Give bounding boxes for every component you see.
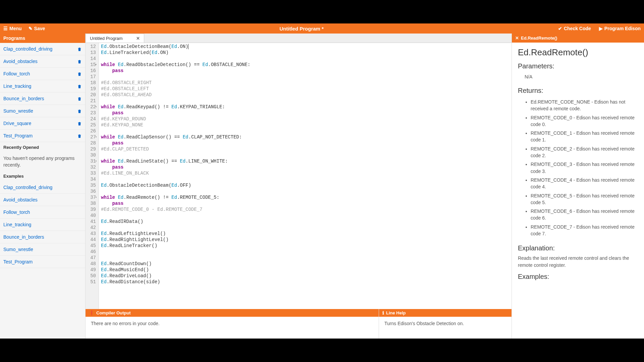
compiler-output-panel: ❗ Compiler Output There are no errors in…	[86, 309, 379, 339]
sidebar-left: Programs Clap_controlled_drivingAvoid_ob…	[0, 34, 86, 339]
hamburger-icon: ☰	[3, 26, 8, 31]
return-value-item: REMOTE_CODE_5 - Edison has received remo…	[531, 192, 638, 206]
center-column: Untitled Program ✕ 121314151617181920212…	[86, 34, 512, 339]
doc-close-icon[interactable]: ✕	[515, 36, 519, 41]
return-value-item: REMOTE_CODE_7 - Edison has received remo…	[531, 224, 638, 237]
code-area[interactable]: Ed.ObstacleDetectionBeam(Ed.ON)Ed.LineTr…	[99, 43, 512, 309]
code-line[interactable]: while Ed.ReadRemote() != Ed.REMOTE_CODE_…	[101, 194, 509, 200]
tab-title: Untitled Program	[90, 36, 123, 41]
trash-icon[interactable]	[77, 46, 82, 52]
programs-list: Clap_controlled_drivingAvoid_obstaclesFo…	[0, 43, 85, 142]
line-number: 19	[87, 86, 96, 92]
compiler-output-body: There are no errors in your code.	[86, 317, 379, 339]
trash-icon[interactable]	[77, 108, 82, 114]
code-line[interactable]: while Ed.ReadLineState() == Ed.LINE_ON_W…	[101, 158, 509, 164]
code-line[interactable]: #Ed.OBSTACLE_RIGHT	[101, 80, 509, 86]
menu-button[interactable]: ☰ Menu	[3, 26, 22, 31]
code-line[interactable]: #Ed.REMOTE_CODE_0 - Ed.REMOTE_CODE_7	[101, 206, 509, 213]
program-link[interactable]: Test_Program	[3, 133, 33, 138]
tab-close-icon[interactable]: ✕	[136, 36, 140, 41]
code-line[interactable]: Ed.ObstacleDetectionBeam(Ed.ON)	[101, 44, 509, 50]
code-editor[interactable]: 1213141516171819202122232425262728293031…	[86, 43, 512, 309]
code-line[interactable]	[101, 152, 509, 158]
code-line[interactable]: while Ed.ReadKeypad() != Ed.KEYPAD_TRIAN…	[101, 104, 509, 110]
program-link[interactable]: Line_tracking	[3, 83, 31, 89]
trash-icon[interactable]	[77, 121, 82, 126]
program-link[interactable]: Clap_controlled_driving	[3, 46, 52, 52]
code-line[interactable]: #Ed.LINE_ON_BLACK	[101, 170, 509, 176]
trash-icon[interactable]	[77, 71, 82, 76]
trash-icon[interactable]	[77, 96, 82, 101]
program-link[interactable]: Sumo_wrestle	[3, 108, 33, 114]
code-line[interactable]: Ed.ReadLineTracker()	[101, 243, 509, 249]
example-link[interactable]: Clap_controlled_driving	[3, 185, 52, 190]
code-line[interactable]: pass	[101, 140, 509, 146]
line-number: 16	[87, 68, 96, 74]
code-line[interactable]: pass	[101, 164, 509, 170]
save-button[interactable]: ✎ Save	[29, 26, 45, 31]
example-link[interactable]: Follow_torch	[3, 209, 30, 215]
code-line[interactable]	[101, 98, 509, 104]
code-line[interactable]: #Ed.OBSTACLE_LEFT	[101, 86, 509, 92]
code-line[interactable]: #Ed.KEYPAD_NONE	[101, 122, 509, 128]
example-link[interactable]: Test_Program	[3, 259, 33, 264]
example-link[interactable]: Bounce_in_borders	[3, 234, 44, 240]
code-line[interactable]: pass	[101, 68, 509, 74]
program-link[interactable]: Avoid_obstacles	[3, 59, 38, 64]
line-number: 40	[87, 213, 96, 219]
code-line[interactable]	[101, 255, 509, 261]
recent-empty-text: You haven't opened any programs recently…	[0, 153, 85, 171]
trash-icon[interactable]	[77, 59, 82, 64]
code-line[interactable]: while Ed.ReadClapSensor() == Ed.CLAP_NOT…	[101, 134, 509, 140]
check-code-button[interactable]: ✔ Check Code	[558, 26, 591, 31]
example-item: Bounce_in_borders	[0, 231, 85, 243]
line-number: 47	[87, 255, 96, 261]
tab-untitled[interactable]: Untitled Program ✕	[86, 34, 144, 43]
line-number: 23	[87, 110, 96, 116]
line-number: 32	[87, 164, 96, 170]
code-line[interactable]	[101, 74, 509, 80]
doc-params-value: N/A	[525, 73, 638, 83]
recent-header: Recently Opened	[0, 142, 85, 153]
line-number: 13	[87, 50, 96, 56]
code-line[interactable]: Ed.ReadDriveLoad()	[101, 273, 509, 279]
program-link[interactable]: Follow_torch	[3, 71, 30, 76]
code-line[interactable]: Ed.ReadDistance(side)	[101, 279, 509, 285]
code-line[interactable]: #Ed.CLAP_DETECTED	[101, 146, 509, 152]
code-line[interactable]: pass	[101, 110, 509, 116]
trash-icon[interactable]	[77, 133, 82, 138]
line-number: 22	[87, 104, 96, 110]
code-line[interactable]: Ed.ReadMusicEnd()	[101, 267, 509, 273]
example-link[interactable]: Avoid_obstacles	[3, 197, 38, 202]
code-line[interactable]: while Ed.ReadObstacleDetection() == Ed.O…	[101, 62, 509, 68]
return-value-item: REMOTE_CODE_3 - Edison has received remo…	[531, 161, 638, 175]
code-line[interactable]	[101, 188, 509, 194]
program-edison-button[interactable]: ▶ Program Edison	[599, 26, 641, 31]
line-number: 39	[87, 206, 96, 213]
code-line[interactable]: Ed.ObstacleDetectionBeam(Ed.OFF)	[101, 182, 509, 188]
code-line[interactable]: Ed.ReadRightLightLevel()	[101, 237, 509, 243]
code-line[interactable]	[101, 56, 509, 62]
code-line[interactable]	[101, 213, 509, 219]
code-line[interactable]	[101, 128, 509, 134]
code-line[interactable]	[101, 225, 509, 231]
example-link[interactable]: Line_tracking	[3, 222, 31, 227]
program-link[interactable]: Bounce_in_borders	[3, 96, 44, 101]
gutter: 1213141516171819202122232425262728293031…	[86, 43, 99, 309]
code-line[interactable]: pass	[101, 200, 509, 206]
app: ☰ Menu ✎ Save Untitled Program * ✔ Check…	[0, 23, 644, 339]
line-number: 17	[87, 74, 96, 80]
code-line[interactable]: Ed.ReadIRData()	[101, 219, 509, 225]
code-line[interactable]: Ed.ReadLeftLightLevel()	[101, 231, 509, 237]
example-link[interactable]: Sumo_wrestle	[3, 247, 33, 252]
trash-icon[interactable]	[77, 83, 82, 89]
code-line[interactable]: Ed.ReadCountDown()	[101, 261, 509, 267]
program-link[interactable]: Drive_square	[3, 121, 31, 126]
code-line[interactable]	[101, 249, 509, 255]
line-number: 43	[87, 231, 96, 237]
code-line[interactable]: #Ed.KEYPAD_ROUND	[101, 116, 509, 122]
code-line[interactable]: #Ed.OBSTACLE_AHEAD	[101, 92, 509, 98]
example-item: Clap_controlled_driving	[0, 181, 85, 194]
code-line[interactable]: Ed.LineTrackerLed(Ed.ON)	[101, 50, 509, 56]
code-line[interactable]	[101, 176, 509, 182]
